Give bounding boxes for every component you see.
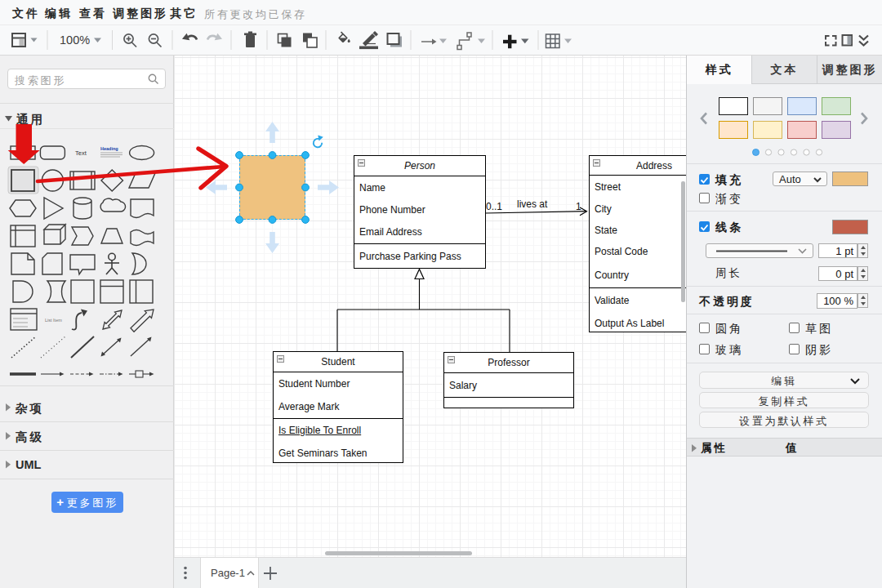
- svg-text:100%: 100%: [60, 33, 90, 47]
- svg-text:Text: Text: [75, 149, 87, 157]
- svg-text:1: 1: [576, 201, 581, 212]
- svg-text:List Item: List Item: [45, 318, 62, 323]
- svg-text:lives at: lives at: [517, 198, 548, 210]
- svg-text:0..1: 0..1: [486, 201, 502, 212]
- svg-text:Heading: Heading: [100, 146, 118, 151]
